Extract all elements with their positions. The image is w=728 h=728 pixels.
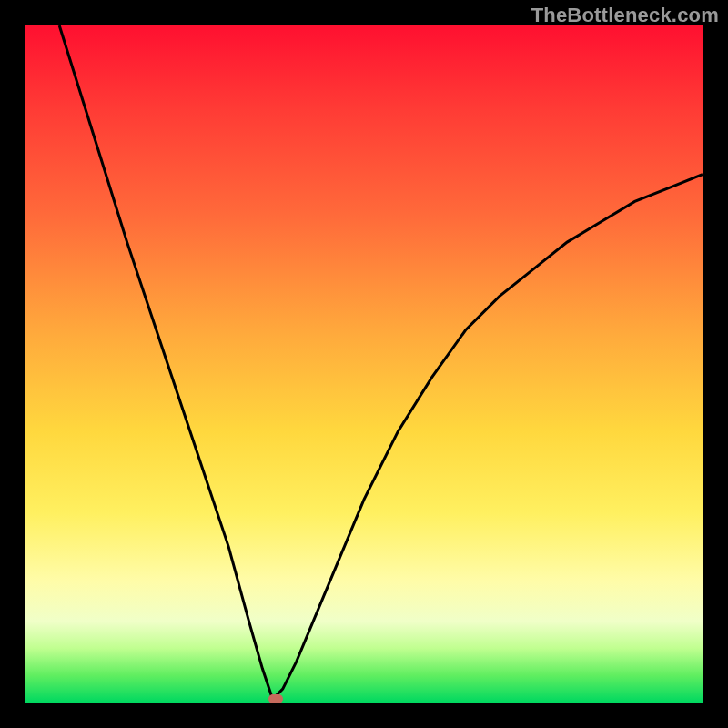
watermark-label: TheBottleneck.com [531, 4, 719, 27]
chart-svg [25, 25, 703, 703]
chart-plot-area [25, 25, 703, 703]
bottleneck-curve-path [59, 25, 703, 699]
chart-frame: TheBottleneck.com [0, 0, 728, 728]
minimum-marker [268, 694, 283, 703]
